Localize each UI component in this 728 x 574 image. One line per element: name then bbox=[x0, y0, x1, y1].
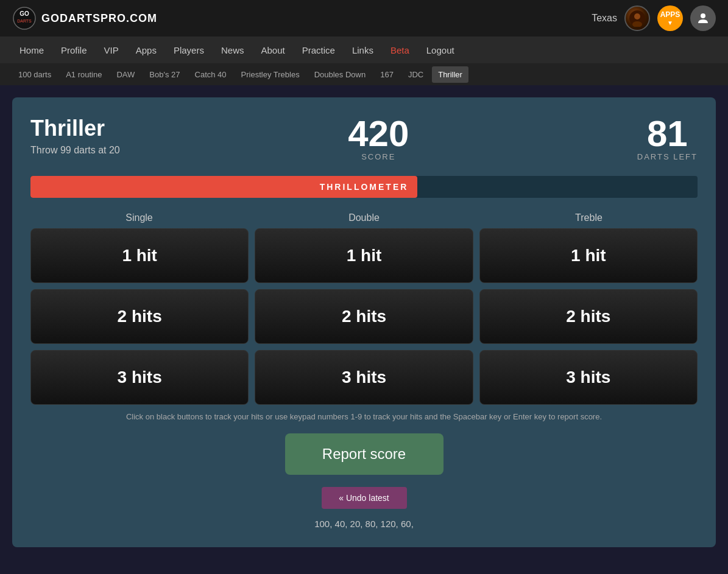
avatar-image bbox=[629, 10, 646, 27]
nav-profile[interactable]: Profile bbox=[54, 40, 94, 60]
user-icon-button[interactable] bbox=[690, 5, 716, 31]
top-right-controls: Texas APPS ▼ bbox=[592, 5, 716, 31]
subnav-daw[interactable]: DAW bbox=[110, 66, 141, 83]
nav-news[interactable]: News bbox=[214, 40, 252, 60]
subnav-100darts[interactable]: 100 darts bbox=[12, 66, 57, 83]
btn-single-1hit[interactable]: 1 hit bbox=[30, 228, 249, 283]
subnav-bobs27[interactable]: Bob's 27 bbox=[143, 66, 186, 83]
thrillometer-label: THRILLOMETER bbox=[320, 182, 409, 192]
game-subtitle: Throw 99 darts at 20 bbox=[30, 145, 120, 156]
nav-practice[interactable]: Practice bbox=[295, 40, 342, 60]
subnav-priestley[interactable]: Priestley Trebles bbox=[235, 66, 306, 83]
col-single: Single bbox=[30, 212, 248, 223]
subnav-167[interactable]: 167 bbox=[374, 66, 400, 83]
sub-nav: 100 darts A1 routine DAW Bob's 27 Catch … bbox=[0, 63, 728, 85]
btn-double-2hits[interactable]: 2 hits bbox=[255, 289, 473, 344]
nav-home[interactable]: Home bbox=[12, 40, 51, 60]
subnav-a1routine[interactable]: A1 routine bbox=[60, 66, 108, 83]
nav-about[interactable]: About bbox=[253, 40, 292, 60]
undo-button[interactable]: « Undo latest bbox=[322, 487, 407, 509]
nav-players[interactable]: Players bbox=[166, 40, 211, 60]
subnav-thriller[interactable]: Thriller bbox=[432, 66, 468, 83]
game-title-section: Thriller Throw 99 darts at 20 bbox=[30, 116, 120, 156]
logo: GO DARTS GODARTSPRO.COM bbox=[12, 6, 157, 30]
svg-text:DARTS: DARTS bbox=[17, 19, 32, 23]
btn-treble-3hits[interactable]: 3 hits bbox=[479, 350, 698, 405]
nav-logout[interactable]: Logout bbox=[419, 40, 462, 60]
logo-icon: GO DARTS bbox=[12, 6, 37, 30]
svg-point-4 bbox=[634, 13, 640, 19]
col-double: Double bbox=[255, 212, 473, 223]
darts-section: 81 DARTS LEFT bbox=[637, 116, 698, 161]
btn-single-3hits[interactable]: 3 hits bbox=[30, 350, 249, 405]
nav-beta[interactable]: Beta bbox=[383, 40, 417, 60]
game-panel: Thriller Throw 99 darts at 20 420 SCORE … bbox=[12, 97, 716, 547]
score-log: 100, 40, 20, 80, 120, 60, bbox=[30, 519, 698, 529]
btn-treble-1hit[interactable]: 1 hit bbox=[479, 228, 698, 283]
instruction-text: Click on black buttons to track your hit… bbox=[30, 412, 698, 421]
subnav-doubles[interactable]: Doubles Down bbox=[308, 66, 372, 83]
logo-text: GODARTSPRO.COM bbox=[41, 12, 157, 25]
thrillometer-container: THRILLOMETER bbox=[30, 176, 698, 198]
nav-links[interactable]: Links bbox=[345, 40, 381, 60]
darts-left-label: DARTS LEFT bbox=[637, 152, 698, 161]
thrillometer-bar: THRILLOMETER bbox=[30, 176, 698, 198]
btn-double-3hits[interactable]: 3 hits bbox=[255, 350, 473, 405]
subnav-jdc[interactable]: JDC bbox=[402, 66, 429, 83]
game-header: Thriller Throw 99 darts at 20 420 SCORE … bbox=[30, 116, 698, 161]
btn-treble-2hits[interactable]: 2 hits bbox=[479, 289, 698, 344]
svg-point-6 bbox=[701, 13, 705, 18]
top-bar: GO DARTS GODARTSPRO.COM Texas APPS ▼ bbox=[0, 0, 728, 37]
user-icon bbox=[696, 11, 710, 26]
score-value: 420 bbox=[348, 116, 409, 152]
col-treble: Treble bbox=[480, 212, 698, 223]
location-label: Texas bbox=[592, 13, 617, 24]
content-area: Thriller Throw 99 darts at 20 420 SCORE … bbox=[0, 85, 728, 559]
apps-button[interactable]: APPS ▼ bbox=[657, 5, 683, 31]
avatar[interactable] bbox=[624, 5, 650, 31]
score-section: 420 SCORE bbox=[348, 116, 409, 161]
btn-double-1hit[interactable]: 1 hit bbox=[255, 228, 473, 283]
report-score-button[interactable]: Report score bbox=[285, 433, 444, 475]
darts-left-value: 81 bbox=[637, 116, 698, 152]
btn-single-2hits[interactable]: 2 hits bbox=[30, 289, 249, 344]
nav-vip[interactable]: VIP bbox=[97, 40, 126, 60]
nav-apps[interactable]: Apps bbox=[129, 40, 164, 60]
subnav-catch40[interactable]: Catch 40 bbox=[189, 66, 233, 83]
game-title: Thriller bbox=[30, 116, 120, 141]
main-nav: Home Profile VIP Apps Players News About… bbox=[0, 37, 728, 63]
svg-text:GO: GO bbox=[19, 10, 29, 17]
column-headers: Single Double Treble bbox=[30, 212, 698, 223]
hit-button-grid: 1 hit 1 hit 1 hit 2 hits 2 hits 2 hits 3… bbox=[30, 228, 698, 405]
